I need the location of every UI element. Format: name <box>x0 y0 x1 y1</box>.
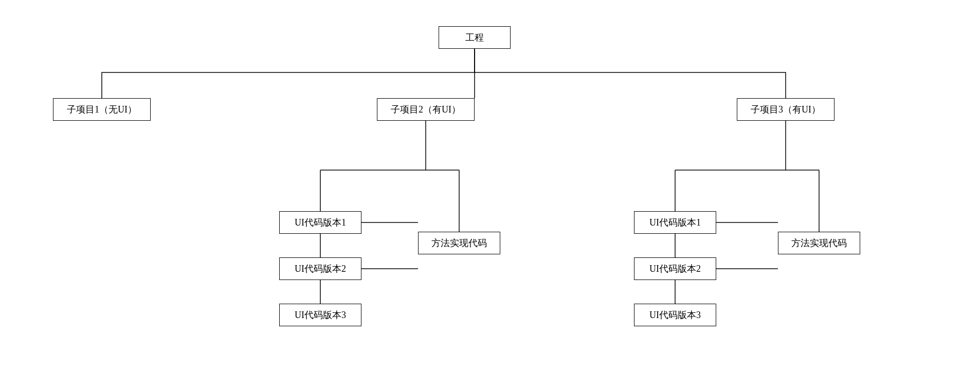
sub3-ui-v2-node: UI代码版本2 <box>634 257 716 280</box>
sub2-node: 子项目2（有UI） <box>377 98 475 121</box>
sub3-node: 子项目3（有UI） <box>737 98 834 121</box>
sub2-ui-v2-node: UI代码版本2 <box>279 257 361 280</box>
sub3-ui-v1-node: UI代码版本1 <box>634 211 716 234</box>
sub1-node: 子项目1（无UI） <box>53 98 151 121</box>
sub2-ui-v3-node: UI代码版本3 <box>279 304 361 326</box>
diagram: 工程 子项目1（无UI） 子项目2（有UI） 子项目3（有UI） UI代码版本1… <box>27 11 953 381</box>
root-node: 工程 <box>439 26 511 49</box>
sub3-ui-v3-node: UI代码版本3 <box>634 304 716 326</box>
sub2-ui-v1-node: UI代码版本1 <box>279 211 361 234</box>
connectors <box>27 11 953 381</box>
method3-node: 方法实现代码 <box>778 232 860 254</box>
method2-node: 方法实现代码 <box>418 232 500 254</box>
